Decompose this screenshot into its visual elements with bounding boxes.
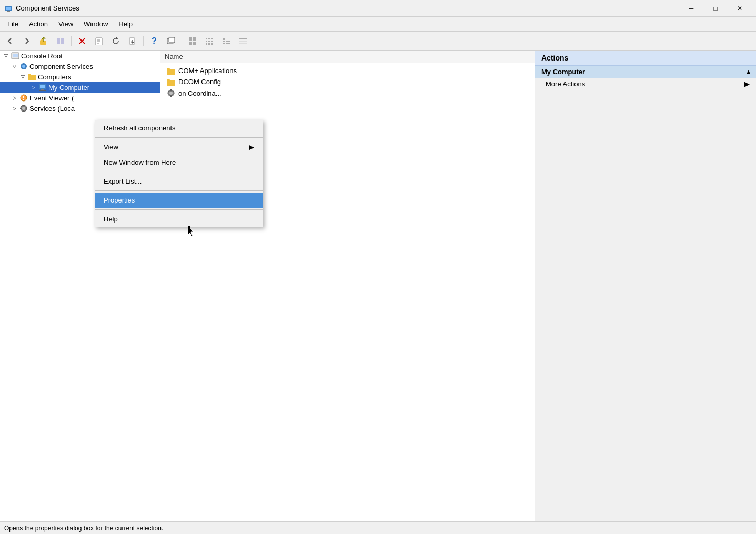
list-item-coordinator[interactable]: on Coordina... xyxy=(165,87,530,99)
svg-rect-58 xyxy=(23,110,24,112)
ctx-export-list-label: Export List... xyxy=(104,177,142,185)
tree-item-component-services[interactable]: ▽ Component Services xyxy=(0,61,160,72)
expand-event-viewer[interactable]: ▷ xyxy=(11,94,18,102)
expand-services[interactable]: ▷ xyxy=(11,105,18,112)
properties-button[interactable] xyxy=(91,34,107,48)
svg-rect-59 xyxy=(20,108,22,109)
ctx-sep-3 xyxy=(95,190,263,191)
delete-button[interactable] xyxy=(74,34,90,48)
expand-my-computer[interactable]: ▷ xyxy=(29,84,37,91)
status-text: Opens the properties dialog box for the … xyxy=(4,525,163,532)
tree-item-services[interactable]: ▷ Services (Loca xyxy=(0,103,160,114)
gear-icon-coordinator xyxy=(167,89,175,97)
svg-rect-26 xyxy=(206,43,207,45)
svg-rect-49 xyxy=(40,85,45,88)
svg-rect-36 xyxy=(239,41,247,42)
help-button[interactable]: ? xyxy=(146,34,162,48)
maximize-button[interactable]: □ xyxy=(703,0,728,17)
menu-window[interactable]: Window xyxy=(78,18,113,30)
actions-more-actions-item[interactable]: More Actions ▶ xyxy=(535,78,756,90)
svg-rect-5 xyxy=(61,38,64,44)
computers-folder-icon xyxy=(28,73,36,81)
export-button[interactable] xyxy=(125,34,140,48)
tree-item-console-root[interactable]: ▽ Console Root xyxy=(0,51,160,61)
large-icons-button[interactable] xyxy=(185,34,200,48)
svg-rect-4 xyxy=(57,38,60,44)
svg-rect-60 xyxy=(26,108,27,109)
ctx-refresh-all-label: Refresh all components xyxy=(104,124,176,132)
back-button[interactable] xyxy=(2,34,18,48)
up-button[interactable] xyxy=(36,34,52,48)
detail-view-button[interactable] xyxy=(235,34,251,48)
new-window-button[interactable] xyxy=(163,34,179,48)
more-actions-label: More Actions xyxy=(546,80,585,88)
svg-rect-67 xyxy=(170,89,172,91)
my-computer-icon xyxy=(38,83,47,92)
ctx-properties[interactable]: Properties xyxy=(95,193,263,208)
ctx-export-list[interactable]: Export List... xyxy=(95,174,263,189)
minimize-button[interactable]: ─ xyxy=(679,0,703,17)
toolbar: ? xyxy=(0,32,756,51)
svg-rect-1 xyxy=(6,7,11,10)
event-viewer-icon xyxy=(19,94,28,102)
close-button[interactable]: ✕ xyxy=(728,0,752,17)
svg-rect-28 xyxy=(211,43,213,45)
svg-rect-68 xyxy=(170,95,172,97)
svg-rect-34 xyxy=(226,43,230,44)
ctx-help[interactable]: Help xyxy=(95,211,263,227)
menu-action[interactable]: Action xyxy=(24,18,53,30)
refresh-button[interactable] xyxy=(108,34,124,48)
ctx-sep-4 xyxy=(95,209,263,210)
svg-rect-45 xyxy=(25,66,27,67)
menu-file[interactable]: File xyxy=(2,18,24,30)
actions-header: Actions xyxy=(535,51,756,66)
component-services-label: Component Services xyxy=(29,63,93,70)
toolbar-sep-2 xyxy=(143,36,144,46)
svg-rect-13 xyxy=(129,38,135,44)
svg-rect-37 xyxy=(239,43,247,44)
coordinator-label: on Coordina... xyxy=(178,89,221,97)
console-root-icon xyxy=(11,52,19,60)
expand-console-root[interactable]: ▽ xyxy=(2,52,9,59)
svg-rect-51 xyxy=(39,90,46,91)
svg-rect-64 xyxy=(167,79,170,82)
list-item-com-applications[interactable]: COM+ Applications xyxy=(165,65,530,76)
ctx-refresh-all[interactable]: Refresh all components xyxy=(95,120,263,136)
tree-item-my-computer[interactable]: ▷ My Computer xyxy=(0,82,160,93)
svg-rect-33 xyxy=(223,43,225,44)
services-icon xyxy=(19,104,28,113)
menu-view[interactable]: View xyxy=(53,18,78,30)
ctx-view[interactable]: View ▶ xyxy=(95,139,263,155)
window-title: Component Services xyxy=(16,4,679,12)
ctx-view-arrow: ▶ xyxy=(249,143,254,151)
ctx-sep-1 xyxy=(95,137,263,138)
title-bar: Component Services ─ □ ✕ xyxy=(0,0,756,17)
svg-rect-3 xyxy=(40,41,46,45)
svg-rect-53 xyxy=(23,96,24,98)
ctx-new-window-label: New Window from Here xyxy=(104,158,176,166)
forward-button[interactable] xyxy=(19,34,35,48)
svg-rect-24 xyxy=(208,41,210,42)
list-item-dcom-config[interactable]: DCOM Config xyxy=(165,76,530,87)
tree-item-computers[interactable]: ▽ Computers xyxy=(0,72,160,82)
expand-computers[interactable]: ▽ xyxy=(19,73,26,80)
expand-component-services[interactable]: ▽ xyxy=(11,63,18,70)
small-icons-button[interactable] xyxy=(201,34,217,48)
show-hide-button[interactable] xyxy=(53,34,68,48)
svg-rect-20 xyxy=(206,38,207,39)
ctx-help-label: Help xyxy=(104,215,118,223)
svg-rect-43 xyxy=(23,68,24,69)
actions-my-computer-section[interactable]: My Computer ▲ xyxy=(535,66,756,78)
ctx-properties-label: Properties xyxy=(104,196,135,204)
svg-rect-50 xyxy=(41,89,44,90)
com-applications-label: COM+ Applications xyxy=(178,67,237,75)
svg-rect-18 xyxy=(189,42,192,45)
svg-point-41 xyxy=(22,65,25,68)
tree-item-event-viewer[interactable]: ▷ Event Viewer ( xyxy=(0,93,160,103)
menu-help[interactable]: Help xyxy=(113,18,138,30)
svg-rect-31 xyxy=(223,41,225,42)
toolbar-sep-3 xyxy=(182,36,182,46)
ctx-new-window[interactable]: New Window from Here xyxy=(95,155,263,170)
list-view-button[interactable] xyxy=(218,34,234,48)
svg-rect-29 xyxy=(223,38,225,40)
